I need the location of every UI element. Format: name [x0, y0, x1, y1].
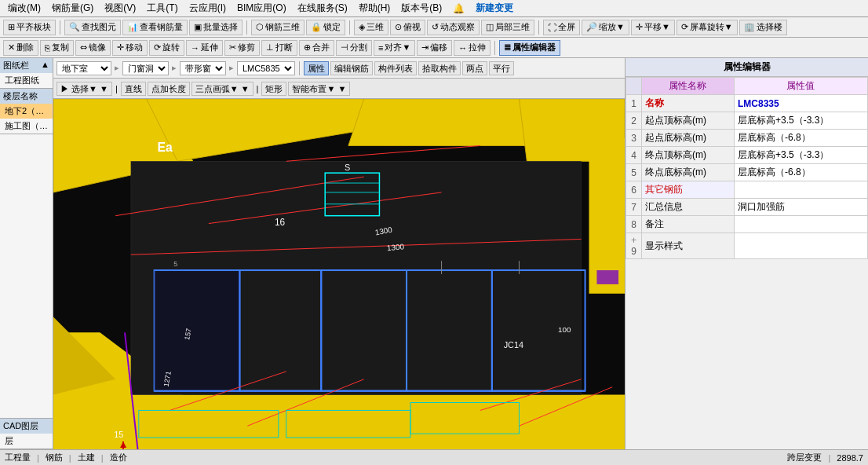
search-icon: 🔍 [69, 22, 80, 32]
rebar-3d-btn[interactable]: ⬡钢筋三维 [251, 20, 305, 35]
prop-value-2[interactable]: 层底标高+3.5（-3.3） [734, 112, 867, 130]
properties-btn[interactable]: 属性 [304, 61, 329, 75]
menu-item-help[interactable]: 帮助(H) [354, 0, 396, 16]
top-view-btn[interactable]: ⊙俯视 [390, 20, 425, 35]
prop-row-2[interactable]: 2起点顶标高(m)层底标高+3.5（-3.3） [626, 112, 868, 130]
cad-viewport[interactable]: 16 15 15 1300 1300 S S 1271 157 JC14 [53, 99, 625, 449]
prop-editor-icon: ≣ [504, 42, 511, 53]
separator1 [60, 20, 60, 35]
point-length-btn[interactable]: 点加长度 [148, 82, 190, 96]
trim-btn[interactable]: ✂修剪 [224, 40, 260, 56]
cad-layer-header[interactable]: CAD图层 [0, 419, 53, 434]
offset-btn[interactable]: ⇥偏移 [417, 40, 452, 56]
select-floor-btn[interactable]: 🏢选择楼 [739, 20, 787, 35]
prop-value-8[interactable] [734, 216, 867, 233]
delete-btn[interactable]: ✕删除 [3, 40, 38, 56]
construction-drawing-item[interactable]: 施工图（修） [0, 119, 53, 134]
zoom-btn[interactable]: 🔎缩放▼ [582, 20, 629, 35]
component-list-btn[interactable]: 构件列表 [374, 61, 417, 75]
split-btn[interactable]: ⊣分割 [336, 40, 372, 56]
rect-btn[interactable]: 矩形 [261, 82, 286, 96]
prop-row-3[interactable]: 3起点底标高(m)层底标高（-6.8） [626, 130, 868, 147]
prop-value-1[interactable]: LMC8335 [734, 95, 867, 112]
edit-rebar-btn[interactable]: 编辑钢筋 [330, 61, 373, 75]
status-item-2: 钢筋 [46, 452, 63, 463]
menu-item-rebar[interactable]: 钢筋量(G) [47, 0, 98, 16]
floor-select[interactable]: 地下室 地下一层 地下二层 [57, 61, 111, 75]
lock-btn[interactable]: 🔒锁定 [306, 20, 345, 35]
menu-item-bim[interactable]: BIM应用(O) [232, 0, 291, 16]
stretch-btn[interactable]: ↔拉伸 [454, 40, 491, 56]
batch-select-btn[interactable]: ▣批量选择 [189, 20, 243, 35]
floor-section-header[interactable]: 楼层名称 [0, 89, 53, 104]
extend-btn[interactable]: →延伸 [186, 40, 223, 56]
draw-sep1: | [115, 84, 118, 93]
pan-btn[interactable]: ✛平移▼ [631, 20, 675, 35]
prop-row-9[interactable]: + 9显示样式 [626, 233, 868, 259]
break-btn[interactable]: ⊥打断 [261, 40, 297, 56]
parallel-btn[interactable]: 平行 [489, 61, 514, 75]
status-mode: 2898.7 [837, 453, 863, 463]
merge-btn[interactable]: ⊕合并 [299, 40, 334, 56]
menu-item-edit[interactable]: 编改(M) [3, 0, 46, 16]
menu-item-new-change[interactable]: 新建变更 [471, 0, 518, 16]
rotate-btn[interactable]: ⟳旋转 [149, 40, 184, 56]
arc-btn[interactable]: 三点画弧▼ ▼ [191, 82, 253, 96]
prop-name-7: 汇总信息 [642, 199, 735, 216]
rotate2-icon: ⟳ [154, 42, 161, 53]
menu-item-bell[interactable]: 🔔 [448, 2, 469, 16]
draw-sep2: | [257, 84, 259, 93]
align-btn[interactable]: ≡对齐▼ [374, 40, 415, 56]
prop-name-8: 备注 [642, 216, 735, 233]
cad-layer-item[interactable]: 层 [0, 434, 53, 449]
find-element-btn[interactable]: 🔍查找图元 [64, 20, 121, 35]
prop-row-5[interactable]: 5终点底标高(m)层底标高（-6.8） [626, 164, 868, 181]
3d-view-btn[interactable]: ◈三维 [354, 20, 388, 35]
sub-sep1 [299, 61, 300, 75]
menu-item-cloud[interactable]: 云应用(I) [184, 0, 231, 16]
room-select[interactable]: 门窗洞 柱 梁 [122, 61, 169, 75]
prop-name-6: 其它钢筋 [642, 181, 735, 199]
local-3d-btn[interactable]: ◫局部三维 [481, 20, 534, 35]
prop-value-6[interactable] [734, 181, 867, 199]
merge-icon: ⊕ [304, 42, 311, 53]
prop-value-3[interactable]: 层底标高（-6.8） [734, 130, 867, 147]
shape-select[interactable]: 带形窗 普通窗 门 [180, 61, 226, 75]
select-btn[interactable]: ▶ 选择▼ ▼ [57, 82, 112, 96]
pick-component-btn[interactable]: 拾取构件 [418, 61, 461, 75]
view-rebar-btn[interactable]: 📊查看钢筋量 [122, 20, 188, 35]
fullscreen-btn[interactable]: ⛶全屏 [543, 20, 580, 35]
menu-item-tools[interactable]: 工具(T) [142, 0, 182, 16]
drawing-section-header[interactable]: 图纸栏 ▲ [0, 58, 53, 73]
two-point-btn[interactable]: 两点 [462, 61, 487, 75]
prop-value-7[interactable]: 洞口加强筋 [734, 199, 867, 216]
mirror-btn[interactable]: ⇔镜像 [75, 40, 111, 56]
align-panel-btn[interactable]: ⊞平齐板块 [3, 20, 56, 35]
project-drawing-item[interactable]: 工程图纸 [0, 73, 53, 88]
move-btn[interactable]: ✛移动 [112, 40, 148, 56]
screen-rotate-btn[interactable]: ⟳屏幕旋转▼ [677, 20, 738, 35]
prop-row-1[interactable]: 1名称LMC8335 [626, 95, 868, 112]
prop-row-8[interactable]: 8备注 [626, 216, 868, 233]
cad-layer-section: CAD图层 层 [0, 418, 53, 449]
prop-value-5[interactable]: 层底标高（-6.8） [734, 164, 867, 181]
dynamic-view-btn[interactable]: ↺动态观察 [427, 20, 480, 35]
menu-item-version[interactable]: 版本号(B) [396, 0, 447, 16]
prop-row-4[interactable]: 4终点顶标高(m)层底标高+3.5（-3.3） [626, 147, 868, 164]
sub-toolbar: 地下室 地下一层 地下二层 ▸ 门窗洞 柱 梁 ▸ 带形窗 普通窗 门 ▸ [53, 58, 625, 79]
prop-row-6[interactable]: 6其它钢筋 [626, 181, 868, 199]
line-btn[interactable]: 直线 [121, 82, 146, 96]
prop-row-7[interactable]: 7汇总信息洞口加强筋 [626, 199, 868, 216]
copy-btn[interactable]: ⎘复制 [40, 40, 74, 56]
local3d-icon: ◫ [486, 22, 494, 32]
prop-value-4[interactable]: 层底标高+3.5（-3.3） [734, 147, 867, 164]
svg-text:16: 16 [275, 217, 286, 228]
smart-layout-btn[interactable]: 智能布置▼ ▼ [288, 82, 350, 96]
floor-basement2-item[interactable]: 地下2（基础布） [0, 104, 53, 119]
code-select[interactable]: LMC5835 LMC6035 [237, 61, 295, 75]
menu-item-view[interactable]: 视图(V) [100, 0, 140, 16]
menu-item-online[interactable]: 在线服务(S) [293, 0, 352, 16]
prop-value-9[interactable] [734, 233, 867, 259]
prop-editor-btn[interactable]: ≣属性编辑器 [499, 40, 560, 56]
floor-section: 楼层名称 地下2（基础布） 施工图（修） [0, 89, 53, 134]
